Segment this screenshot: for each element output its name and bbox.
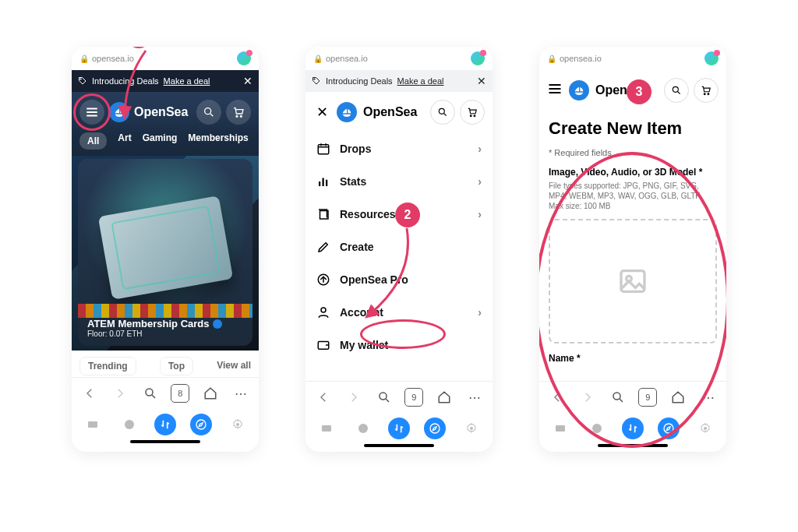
upload-help-text: File types supported: JPG, PNG, GIF, SVG…: [549, 181, 717, 211]
browser-tabs-button[interactable]: 8: [171, 384, 189, 403]
make-deal-link[interactable]: Make a deal: [164, 76, 210, 86]
menu-item-stats[interactable]: Stats ›: [310, 165, 488, 198]
search-button[interactable]: [196, 100, 221, 125]
dock-explore-icon[interactable]: [190, 414, 212, 435]
view-all-link[interactable]: View all: [217, 357, 251, 375]
svg-point-21: [380, 393, 387, 400]
browser-tabs-button[interactable]: 9: [638, 388, 657, 407]
browser-forward-button[interactable]: [111, 384, 129, 403]
banner-text: Introducing Deals: [92, 76, 159, 86]
collection-title: ATEM Membership Cards: [87, 318, 210, 329]
dock-settings-icon[interactable]: [694, 417, 716, 439]
image-placeholder-icon: [617, 266, 648, 297]
browser-back-button[interactable]: [314, 388, 333, 407]
browser-more-button[interactable]: ⋯: [465, 388, 484, 407]
menu-item-label: Account: [340, 306, 383, 319]
tab-trending[interactable]: Trending: [79, 357, 136, 375]
browser-search-button[interactable]: [609, 388, 627, 407]
tag-icon: [78, 76, 87, 86]
dock-settings-icon[interactable]: [227, 414, 249, 435]
search-button[interactable]: [664, 78, 689, 103]
svg-point-3: [240, 115, 242, 117]
browser-profile-icon[interactable]: [471, 51, 485, 65]
chevron-right-icon: ›: [478, 306, 482, 319]
dock-wallet-icon[interactable]: [316, 417, 337, 439]
dock-settings-icon[interactable]: [461, 417, 482, 439]
menu-item-create[interactable]: Create: [310, 231, 488, 263]
floor-price: Floor: 0.07 ETH: [87, 329, 222, 338]
dock-explore-icon[interactable]: [424, 417, 446, 439]
calendar-icon: [316, 142, 330, 156]
cart-button[interactable]: [226, 100, 251, 125]
cart-button[interactable]: [460, 100, 485, 125]
browser-profile-icon[interactable]: [704, 51, 719, 65]
browser-forward-button[interactable]: [578, 388, 597, 407]
tab-all[interactable]: All: [79, 132, 107, 150]
browser-profile-icon[interactable]: [237, 51, 251, 65]
browser-more-button[interactable]: ⋯: [699, 388, 718, 407]
tab-top[interactable]: Top: [160, 357, 193, 375]
tab-memberships[interactable]: Memberships: [188, 132, 248, 150]
browser-home-button[interactable]: [435, 388, 454, 407]
browser-more-button[interactable]: ⋯: [231, 384, 250, 403]
bottom-dock: [72, 409, 259, 439]
close-icon[interactable]: ✕: [477, 75, 486, 87]
dock-wallet-icon[interactable]: [82, 414, 104, 435]
browser-forward-button[interactable]: [344, 388, 363, 407]
menu-item-account[interactable]: Account ›: [310, 296, 488, 329]
name-field-label: Name *: [549, 353, 717, 364]
close-icon[interactable]: ✕: [243, 75, 252, 87]
dock-clock-icon[interactable]: [586, 417, 608, 439]
hero-section: ATEM Membership Cards Floor: 0.07 ETH: [72, 156, 259, 351]
menu-item-my-wallet[interactable]: My wallet: [310, 329, 488, 361]
dock-wallet-icon[interactable]: [549, 417, 571, 439]
lock-icon: 🔒: [547, 55, 556, 63]
menu-item-drops[interactable]: Drops ›: [310, 132, 488, 165]
deals-banner: Introducing Deals Make a deal ✕: [305, 70, 493, 92]
address-bar: 🔒 opensea.io: [305, 47, 493, 70]
browser-search-button[interactable]: [375, 388, 394, 407]
chevron-right-icon: ›: [478, 208, 482, 220]
dock-explore-icon[interactable]: [658, 417, 680, 439]
dock-swap-icon[interactable]: [388, 417, 410, 439]
home-indicator: [130, 440, 200, 443]
dock-clock-icon[interactable]: [118, 414, 140, 435]
url-text: opensea.io: [560, 54, 602, 63]
svg-rect-5: [88, 421, 97, 428]
tab-gaming[interactable]: Gaming: [143, 132, 178, 150]
svg-rect-29: [621, 271, 644, 292]
brand-text: OpenSea: [134, 105, 188, 119]
hamburger-menu-button[interactable]: [547, 81, 563, 100]
dock-clock-icon[interactable]: [352, 417, 374, 439]
browser-home-button[interactable]: [669, 388, 687, 407]
browser-back-button[interactable]: [80, 384, 99, 403]
make-deal-link[interactable]: Make a deal: [397, 76, 444, 86]
menu-item-opensea-pro[interactable]: OpenSea Pro: [310, 263, 488, 296]
file-upload-dropzone[interactable]: [549, 219, 717, 344]
hamburger-menu-button[interactable]: [79, 100, 104, 125]
dock-swap-icon[interactable]: [154, 414, 176, 435]
dock-swap-icon[interactable]: [622, 417, 644, 439]
browser-back-button[interactable]: [548, 388, 567, 407]
browser-home-button[interactable]: [201, 384, 220, 403]
browser-search-button[interactable]: [141, 384, 160, 403]
chevron-right-icon: ›: [478, 143, 482, 155]
create-item-form: Create New Item * Required fields Image,…: [539, 111, 726, 367]
close-menu-button[interactable]: ✕: [313, 104, 330, 121]
brand-text: OpenSea: [363, 105, 417, 119]
svg-point-24: [430, 424, 440, 433]
home-indicator: [364, 444, 434, 447]
verified-badge-icon: [213, 319, 222, 329]
opensea-logo-icon: [109, 102, 129, 122]
svg-point-12: [474, 115, 475, 117]
pro-icon: [316, 273, 330, 287]
featured-collection-card[interactable]: ATEM Membership Cards Floor: 0.07 ETH: [78, 159, 252, 346]
lock-icon: 🔒: [313, 55, 323, 63]
browser-tabs-button[interactable]: 9: [404, 388, 423, 407]
cart-button[interactable]: [694, 78, 719, 103]
stack-icon: [316, 207, 330, 221]
svg-point-25: [470, 427, 473, 430]
tab-art[interactable]: Art: [118, 132, 131, 150]
search-button[interactable]: [430, 100, 455, 125]
svg-point-23: [358, 424, 368, 433]
